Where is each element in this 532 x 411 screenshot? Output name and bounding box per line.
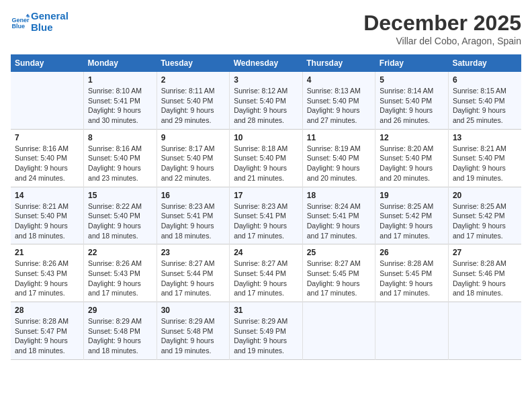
- day-number: 5: [380, 75, 444, 85]
- day-number: 20: [453, 191, 517, 200]
- day-info: Sunrise: 8:26 AM Sunset: 5:43 PM Dayligh…: [15, 259, 79, 298]
- day-info: Sunrise: 8:19 AM Sunset: 5:40 PM Dayligh…: [307, 144, 371, 183]
- day-number: 4: [307, 75, 371, 85]
- logo-line1: General: [31, 11, 69, 22]
- weekday-header-row: SundayMondayTuesdayWednesdayThursdayFrid…: [11, 54, 521, 72]
- day-info: Sunrise: 8:21 AM Sunset: 5:40 PM Dayligh…: [15, 201, 79, 241]
- day-cell: 21Sunrise: 8:26 AM Sunset: 5:43 PM Dayli…: [11, 244, 84, 302]
- day-cell: 25Sunrise: 8:27 AM Sunset: 5:45 PM Dayli…: [302, 244, 375, 302]
- day-info: Sunrise: 8:29 AM Sunset: 5:48 PM Dayligh…: [88, 316, 152, 356]
- day-cell: [302, 302, 375, 360]
- day-number: 15: [88, 191, 152, 200]
- day-cell: 27Sunrise: 8:28 AM Sunset: 5:46 PM Dayli…: [448, 244, 521, 302]
- day-info: Sunrise: 8:21 AM Sunset: 5:40 PM Dayligh…: [453, 144, 517, 183]
- day-cell: 18Sunrise: 8:24 AM Sunset: 5:41 PM Dayli…: [302, 187, 375, 244]
- title-area: December 2025 Villar del Cobo, Aragon, S…: [363, 11, 521, 46]
- day-number: 25: [307, 248, 371, 257]
- day-number: 6: [453, 75, 517, 85]
- day-number: 17: [234, 191, 298, 200]
- weekday-header-sunday: Sunday: [11, 54, 84, 72]
- day-number: 23: [161, 248, 226, 257]
- day-cell: [375, 302, 449, 360]
- day-info: Sunrise: 8:23 AM Sunset: 5:41 PM Dayligh…: [234, 201, 298, 241]
- day-info: Sunrise: 8:16 AM Sunset: 5:40 PM Dayligh…: [88, 144, 152, 183]
- day-number: 18: [307, 191, 371, 200]
- day-info: Sunrise: 8:20 AM Sunset: 5:40 PM Dayligh…: [380, 144, 444, 183]
- day-cell: 17Sunrise: 8:23 AM Sunset: 5:41 PM Dayli…: [230, 187, 303, 244]
- week-row-4: 28Sunrise: 8:28 AM Sunset: 5:47 PM Dayli…: [11, 302, 521, 360]
- day-cell: [448, 302, 521, 360]
- day-number: 9: [161, 133, 226, 142]
- day-number: 22: [88, 248, 152, 257]
- week-row-3: 21Sunrise: 8:26 AM Sunset: 5:43 PM Dayli…: [11, 244, 521, 302]
- day-info: Sunrise: 8:27 AM Sunset: 5:44 PM Dayligh…: [234, 259, 298, 298]
- day-info: Sunrise: 8:15 AM Sunset: 5:40 PM Dayligh…: [453, 86, 517, 126]
- day-info: Sunrise: 8:23 AM Sunset: 5:41 PM Dayligh…: [161, 201, 226, 241]
- weekday-header-tuesday: Tuesday: [157, 54, 230, 72]
- weekday-header-thursday: Thursday: [302, 54, 375, 72]
- day-cell: 3Sunrise: 8:12 AM Sunset: 5:40 PM Daylig…: [230, 72, 303, 129]
- day-cell: 24Sunrise: 8:27 AM Sunset: 5:44 PM Dayli…: [230, 244, 303, 302]
- day-number: 12: [380, 133, 444, 142]
- day-cell: 23Sunrise: 8:27 AM Sunset: 5:44 PM Dayli…: [157, 244, 230, 302]
- svg-text:Blue: Blue: [11, 23, 25, 30]
- week-row-1: 7Sunrise: 8:16 AM Sunset: 5:40 PM Daylig…: [11, 129, 521, 187]
- day-info: Sunrise: 8:17 AM Sunset: 5:40 PM Dayligh…: [161, 144, 226, 183]
- day-number: 7: [15, 133, 79, 142]
- day-cell: 28Sunrise: 8:28 AM Sunset: 5:47 PM Dayli…: [11, 302, 84, 360]
- day-info: Sunrise: 8:13 AM Sunset: 5:40 PM Dayligh…: [307, 86, 371, 126]
- day-info: Sunrise: 8:25 AM Sunset: 5:42 PM Dayligh…: [453, 201, 517, 241]
- day-info: Sunrise: 8:11 AM Sunset: 5:40 PM Dayligh…: [161, 86, 226, 126]
- day-number: 3: [234, 75, 298, 85]
- day-cell: 5Sunrise: 8:14 AM Sunset: 5:40 PM Daylig…: [375, 72, 449, 129]
- day-number: 19: [380, 191, 444, 200]
- day-cell: 12Sunrise: 8:20 AM Sunset: 5:40 PM Dayli…: [375, 129, 449, 187]
- weekday-header-saturday: Saturday: [448, 54, 521, 72]
- day-cell: 1Sunrise: 8:10 AM Sunset: 5:41 PM Daylig…: [84, 72, 157, 129]
- day-cell: 31Sunrise: 8:29 AM Sunset: 5:49 PM Dayli…: [230, 302, 303, 360]
- day-number: 26: [380, 248, 444, 257]
- day-info: Sunrise: 8:22 AM Sunset: 5:40 PM Dayligh…: [88, 201, 152, 241]
- day-cell: 26Sunrise: 8:28 AM Sunset: 5:45 PM Dayli…: [375, 244, 449, 302]
- day-number: 28: [15, 306, 79, 315]
- day-number: 30: [161, 306, 226, 315]
- day-info: Sunrise: 8:24 AM Sunset: 5:41 PM Dayligh…: [307, 201, 371, 241]
- day-number: 1: [88, 75, 152, 85]
- day-number: 10: [234, 133, 298, 142]
- day-info: Sunrise: 8:28 AM Sunset: 5:45 PM Dayligh…: [380, 259, 444, 298]
- weekday-header-monday: Monday: [84, 54, 157, 72]
- day-cell: 15Sunrise: 8:22 AM Sunset: 5:40 PM Dayli…: [84, 187, 157, 244]
- day-cell: 10Sunrise: 8:18 AM Sunset: 5:40 PM Dayli…: [230, 129, 303, 187]
- day-cell: 6Sunrise: 8:15 AM Sunset: 5:40 PM Daylig…: [448, 72, 521, 129]
- day-info: Sunrise: 8:27 AM Sunset: 5:44 PM Dayligh…: [161, 259, 226, 298]
- day-info: Sunrise: 8:25 AM Sunset: 5:42 PM Dayligh…: [380, 201, 444, 241]
- day-number: 2: [161, 75, 226, 85]
- day-cell: 4Sunrise: 8:13 AM Sunset: 5:40 PM Daylig…: [302, 72, 375, 129]
- week-row-2: 14Sunrise: 8:21 AM Sunset: 5:40 PM Dayli…: [11, 187, 521, 244]
- day-info: Sunrise: 8:10 AM Sunset: 5:41 PM Dayligh…: [88, 86, 152, 126]
- day-info: Sunrise: 8:28 AM Sunset: 5:47 PM Dayligh…: [15, 316, 79, 356]
- day-info: Sunrise: 8:18 AM Sunset: 5:40 PM Dayligh…: [234, 144, 298, 183]
- logo: General Blue General Blue: [11, 11, 69, 33]
- day-number: 31: [234, 306, 298, 315]
- day-cell: 19Sunrise: 8:25 AM Sunset: 5:42 PM Dayli…: [375, 187, 449, 244]
- day-cell: 29Sunrise: 8:29 AM Sunset: 5:48 PM Dayli…: [84, 302, 157, 360]
- weekday-header-friday: Friday: [375, 54, 449, 72]
- day-cell: 8Sunrise: 8:16 AM Sunset: 5:40 PM Daylig…: [84, 129, 157, 187]
- calendar-table: SundayMondayTuesdayWednesdayThursdayFrid…: [11, 54, 521, 360]
- day-cell: [11, 72, 84, 129]
- page-header: General Blue General Blue December 2025 …: [11, 11, 521, 46]
- day-cell: 11Sunrise: 8:19 AM Sunset: 5:40 PM Dayli…: [302, 129, 375, 187]
- day-number: 11: [307, 133, 371, 142]
- calendar-subtitle: Villar del Cobo, Aragon, Spain: [363, 36, 521, 46]
- day-info: Sunrise: 8:14 AM Sunset: 5:40 PM Dayligh…: [380, 86, 444, 126]
- day-cell: 7Sunrise: 8:16 AM Sunset: 5:40 PM Daylig…: [11, 129, 84, 187]
- weekday-header-wednesday: Wednesday: [230, 54, 303, 72]
- day-cell: 16Sunrise: 8:23 AM Sunset: 5:41 PM Dayli…: [157, 187, 230, 244]
- day-number: 21: [15, 248, 79, 257]
- day-cell: 22Sunrise: 8:26 AM Sunset: 5:43 PM Dayli…: [84, 244, 157, 302]
- week-row-0: 1Sunrise: 8:10 AM Sunset: 5:41 PM Daylig…: [11, 72, 521, 129]
- day-number: 29: [88, 306, 152, 315]
- day-number: 14: [15, 191, 79, 200]
- day-cell: 2Sunrise: 8:11 AM Sunset: 5:40 PM Daylig…: [157, 72, 230, 129]
